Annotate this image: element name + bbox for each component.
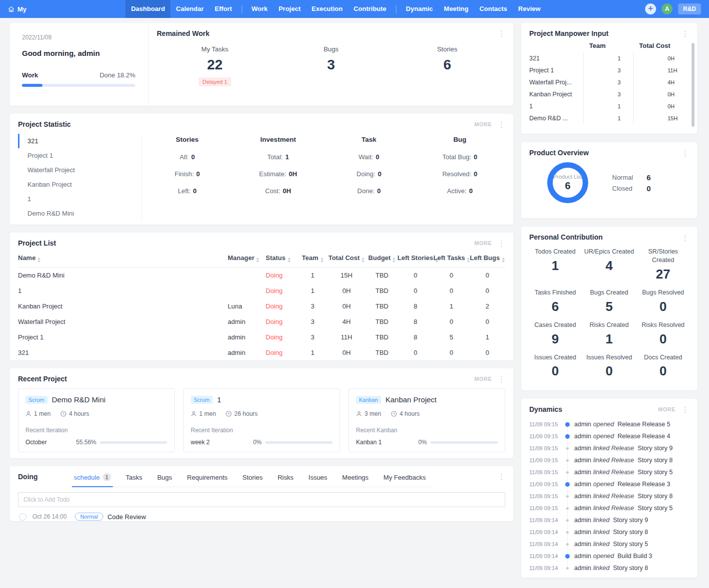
event-object-link[interactable]: Release Release 3 [618, 481, 671, 488]
column-header[interactable]: Name [18, 252, 228, 268]
table-row[interactable]: Waterfall Project admin Doing 3 4H TBD 8… [18, 314, 505, 329]
tab[interactable]: schedule 1 [74, 473, 111, 487]
home-button[interactable]: My [8, 5, 26, 13]
cell-name[interactable]: 1 [18, 283, 228, 298]
statistic-project-item[interactable]: Waterfall Project [18, 163, 141, 177]
contribution-item: Docs Created 0 [636, 353, 690, 379]
event-object-link[interactable]: Build Build 3 [618, 553, 653, 560]
more-button[interactable]: MORE [474, 376, 492, 382]
tab[interactable]: Issues [309, 473, 328, 487]
event-object-link[interactable]: Story story 9 [638, 445, 673, 452]
event-object-link[interactable]: Release Release 5 [618, 421, 671, 428]
kebab-menu-icon[interactable] [498, 121, 505, 128]
event-object-link[interactable]: Story story 5 [638, 469, 673, 476]
nav-item[interactable] [396, 5, 396, 13]
scrollbar[interactable] [692, 43, 695, 127]
table-row[interactable]: Demo R&D Mini Doing 1 15H TBD 0 0 0 [18, 268, 505, 284]
nav-item[interactable]: Dashboard [125, 0, 170, 18]
cell-name[interactable]: Demo R&D Mini [18, 268, 228, 284]
column-header[interactable]: Total Cost [327, 252, 366, 268]
contribution-value: 0 [528, 363, 582, 379]
cell-name[interactable]: Waterfall Project [18, 314, 228, 329]
nav-item[interactable]: Review [513, 0, 546, 18]
nav-item[interactable]: Meeting [438, 0, 474, 18]
table-row[interactable]: 1 Doing 1 0H TBD 0 0 0 [18, 283, 505, 298]
event-object-link[interactable]: Story story 8 [638, 457, 673, 464]
event-user: admin [574, 565, 591, 572]
nav-item[interactable]: Project [273, 0, 306, 18]
nav-item[interactable]: Contacts [474, 0, 513, 18]
event-object-link[interactable]: Story story 5 [638, 505, 673, 512]
more-button[interactable]: MORE [474, 240, 492, 246]
column-header[interactable]: Team [299, 252, 327, 268]
stat-row-label: Done [357, 187, 377, 195]
cell-budget: TBD [366, 298, 397, 314]
event-object-link[interactable]: Story story 5 [613, 541, 648, 548]
nav-item[interactable]: Effort [209, 0, 238, 18]
add-button[interactable]: + [645, 3, 656, 14]
cell-budget: TBD [366, 283, 397, 298]
statistic-project-item[interactable]: Kanban Project [18, 177, 141, 192]
project-name[interactable]: Demo R&D Mini [52, 395, 106, 404]
column-header[interactable]: Status [266, 252, 299, 268]
todo-text[interactable]: Code Review [107, 513, 146, 521]
tab[interactable]: Stories [243, 473, 263, 487]
event-object-link[interactable]: Story story 9 [613, 517, 648, 524]
column-header[interactable]: Manager [228, 252, 266, 268]
add-todo-input[interactable] [18, 492, 505, 507]
workspace-switcher[interactable]: R&D [678, 3, 701, 14]
kebab-menu-icon[interactable] [682, 149, 689, 157]
project-name[interactable]: 1 [217, 395, 221, 404]
tab[interactable]: Risks [278, 473, 294, 487]
project-name[interactable]: Kanban Project [385, 395, 437, 404]
statistic-project-item[interactable]: 1 [18, 192, 141, 206]
column-header[interactable]: Budget [366, 252, 397, 268]
tab[interactable]: Requirements [187, 473, 228, 487]
statistic-project-item[interactable]: Project 1 [18, 148, 141, 163]
event-object-link[interactable]: Story story 8 [613, 529, 648, 536]
project-card[interactable]: Scrum Demo R&D Mini 1 men 4 hours Recent… [18, 388, 175, 452]
statistic-project-item[interactable]: 321 [18, 134, 141, 148]
project-card[interactable]: Scrum 1 1 men 26 hours Recent Iteration … [183, 388, 340, 452]
kebab-menu-icon[interactable] [682, 30, 689, 37]
avatar[interactable]: A [662, 3, 673, 14]
more-button[interactable]: MORE [474, 121, 492, 127]
more-button[interactable]: MORE [658, 406, 676, 412]
todo-checkbox[interactable] [19, 513, 26, 521]
event-object-link[interactable]: Release Release 4 [618, 433, 671, 440]
event-object-link[interactable]: Story story 8 [638, 493, 673, 500]
column-header[interactable]: Left Tasks [433, 252, 469, 268]
tab[interactable]: Bugs [157, 473, 172, 487]
nav-item[interactable]: Execution [306, 0, 348, 18]
tab[interactable]: My Feedbacks [383, 473, 426, 487]
kebab-menu-icon[interactable] [498, 375, 505, 383]
tab[interactable]: Tasks [126, 473, 142, 487]
iteration-progress-bar [430, 441, 498, 444]
kebab-menu-icon[interactable] [498, 473, 505, 480]
contribution-label: Issues Created [528, 353, 582, 362]
cell-name[interactable]: Project 1 [18, 329, 228, 345]
event-object-link[interactable]: Story story 8 [613, 565, 648, 572]
nav-item[interactable]: Contribute [348, 0, 392, 18]
statistic-project-item[interactable]: Demo R&D Mini [18, 206, 141, 221]
project-card[interactable]: Kanban Kanban Project 3 men 4 hours Rece… [349, 388, 505, 452]
table-row[interactable]: Kanban Project Luna Doing 3 0H TBD 8 1 2 [18, 298, 505, 314]
doing-title: Doing [18, 473, 38, 481]
column-header[interactable]: Left Stories [397, 252, 433, 268]
todo-time: Oct 26 14:00 [32, 513, 67, 520]
cell-name[interactable]: 321 [18, 345, 228, 360]
kebab-menu-icon[interactable] [682, 234, 689, 241]
tab[interactable]: Meetings [342, 473, 368, 487]
nav-item[interactable]: Work [246, 0, 273, 18]
kebab-menu-icon[interactable] [498, 29, 505, 37]
welcome-block: 2022/11/09 Good morning, admin Work Done… [10, 23, 149, 106]
nav-item[interactable]: Dynamic [400, 0, 438, 18]
cell-name[interactable]: Kanban Project [18, 298, 228, 314]
table-row[interactable]: 321 admin Doing 1 0H TBD 0 0 0 [18, 345, 505, 360]
table-row[interactable]: Project 1 admin Doing 3 11H TBD 8 5 1 [18, 329, 505, 345]
kebab-menu-icon[interactable] [498, 240, 505, 247]
kebab-menu-icon[interactable] [682, 406, 689, 413]
nav-item[interactable] [242, 5, 242, 13]
nav-item[interactable]: Calendar [170, 0, 209, 18]
column-header[interactable]: Left Bugs [469, 252, 505, 268]
